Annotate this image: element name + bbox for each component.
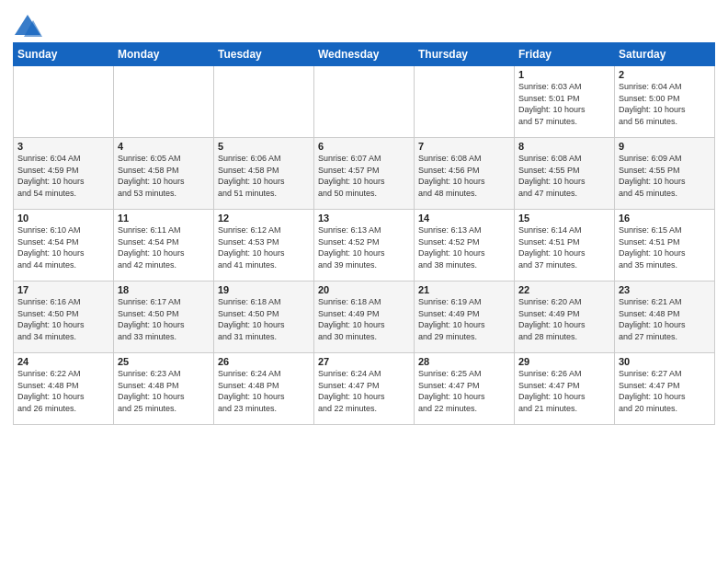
calendar-cell: 26Sunrise: 6:24 AM Sunset: 4:48 PM Dayli… [214,353,314,425]
day-number: 21 [418,284,510,295]
day-number: 3 [17,141,109,152]
calendar-cell: 21Sunrise: 6:19 AM Sunset: 4:49 PM Dayli… [415,282,515,353]
day-info: Sunrise: 6:10 AM Sunset: 4:54 PM Dayligh… [17,224,109,270]
day-number: 24 [17,356,109,367]
day-number: 25 [118,356,210,367]
calendar-cell: 24Sunrise: 6:22 AM Sunset: 4:48 PM Dayli… [14,353,114,425]
week-row-1: 1Sunrise: 6:03 AM Sunset: 5:01 PM Daylig… [14,66,715,138]
day-number: 20 [318,284,410,295]
day-info: Sunrise: 6:24 AM Sunset: 4:47 PM Dayligh… [318,368,410,414]
day-info: Sunrise: 6:16 AM Sunset: 4:50 PM Dayligh… [17,296,109,342]
day-info: Sunrise: 6:07 AM Sunset: 4:57 PM Dayligh… [318,153,410,199]
day-number: 14 [418,213,510,224]
calendar-cell [14,66,114,138]
day-number: 11 [118,213,210,224]
calendar-cell: 14Sunrise: 6:13 AM Sunset: 4:52 PM Dayli… [415,210,515,282]
calendar-cell: 23Sunrise: 6:21 AM Sunset: 4:48 PM Dayli… [615,282,715,353]
day-info: Sunrise: 6:12 AM Sunset: 4:53 PM Dayligh… [218,224,310,270]
calendar-cell: 18Sunrise: 6:17 AM Sunset: 4:50 PM Dayli… [114,282,214,353]
day-number: 17 [17,284,109,295]
day-number: 5 [218,141,310,152]
day-number: 13 [318,213,410,224]
week-row-4: 17Sunrise: 6:16 AM Sunset: 4:50 PM Dayli… [14,282,715,353]
header [13,9,715,39]
day-number: 30 [619,356,711,367]
calendar-cell: 15Sunrise: 6:14 AM Sunset: 4:51 PM Dayli… [515,210,615,282]
calendar-cell: 27Sunrise: 6:24 AM Sunset: 4:47 PM Dayli… [314,353,415,425]
calendar-cell: 29Sunrise: 6:26 AM Sunset: 4:47 PM Dayli… [515,353,615,425]
day-info: Sunrise: 6:18 AM Sunset: 4:49 PM Dayligh… [318,296,410,342]
logo [13,13,46,39]
day-info: Sunrise: 6:04 AM Sunset: 5:00 PM Dayligh… [619,81,711,127]
day-info: Sunrise: 6:11 AM Sunset: 4:54 PM Dayligh… [118,224,210,270]
calendar-cell: 10Sunrise: 6:10 AM Sunset: 4:54 PM Dayli… [14,210,114,282]
calendar-cell: 1Sunrise: 6:03 AM Sunset: 5:01 PM Daylig… [515,66,615,138]
day-number: 4 [118,141,210,152]
day-number: 15 [518,213,610,224]
day-number: 26 [218,356,310,367]
weekday-header-tuesday: Tuesday [214,43,314,66]
day-info: Sunrise: 6:27 AM Sunset: 4:47 PM Dayligh… [619,368,711,414]
calendar-cell: 7Sunrise: 6:08 AM Sunset: 4:56 PM Daylig… [415,138,515,210]
calendar-cell [314,66,415,138]
calendar-cell: 13Sunrise: 6:13 AM Sunset: 4:52 PM Dayli… [314,210,415,282]
calendar-cell [114,66,214,138]
day-info: Sunrise: 6:23 AM Sunset: 4:48 PM Dayligh… [118,368,210,414]
day-number: 22 [518,284,610,295]
week-row-2: 3Sunrise: 6:04 AM Sunset: 4:59 PM Daylig… [14,138,715,210]
weekday-header-wednesday: Wednesday [314,43,415,66]
weekday-header-friday: Friday [515,43,615,66]
day-info: Sunrise: 6:06 AM Sunset: 4:58 PM Dayligh… [218,153,310,199]
day-info: Sunrise: 6:25 AM Sunset: 4:47 PM Dayligh… [418,368,510,414]
day-info: Sunrise: 6:04 AM Sunset: 4:59 PM Dayligh… [17,153,109,199]
day-number: 29 [518,356,610,367]
day-number: 6 [318,141,410,152]
day-number: 9 [619,141,711,152]
weekday-header-thursday: Thursday [415,43,515,66]
calendar-cell [415,66,515,138]
day-number: 12 [218,213,310,224]
day-info: Sunrise: 6:21 AM Sunset: 4:48 PM Dayligh… [619,296,711,342]
day-info: Sunrise: 6:05 AM Sunset: 4:58 PM Dayligh… [118,153,210,199]
calendar-table: SundayMondayTuesdayWednesdayThursdayFrid… [13,42,715,425]
day-number: 7 [418,141,510,152]
calendar-cell: 16Sunrise: 6:15 AM Sunset: 4:51 PM Dayli… [615,210,715,282]
day-number: 19 [218,284,310,295]
day-number: 10 [17,213,109,224]
weekday-header-saturday: Saturday [615,43,715,66]
calendar-cell: 19Sunrise: 6:18 AM Sunset: 4:50 PM Dayli… [214,282,314,353]
page-container: SundayMondayTuesdayWednesdayThursdayFrid… [0,0,728,432]
day-number: 1 [518,69,610,80]
day-info: Sunrise: 6:14 AM Sunset: 4:51 PM Dayligh… [518,224,610,270]
day-info: Sunrise: 6:26 AM Sunset: 4:47 PM Dayligh… [518,368,610,414]
calendar-cell: 9Sunrise: 6:09 AM Sunset: 4:55 PM Daylig… [615,138,715,210]
calendar-cell [214,66,314,138]
day-info: Sunrise: 6:08 AM Sunset: 4:56 PM Dayligh… [418,153,510,199]
calendar-cell: 30Sunrise: 6:27 AM Sunset: 4:47 PM Dayli… [615,353,715,425]
calendar-cell: 17Sunrise: 6:16 AM Sunset: 4:50 PM Dayli… [14,282,114,353]
day-info: Sunrise: 6:09 AM Sunset: 4:55 PM Dayligh… [619,153,711,199]
day-info: Sunrise: 6:08 AM Sunset: 4:55 PM Dayligh… [518,153,610,199]
day-number: 28 [418,356,510,367]
calendar-cell: 11Sunrise: 6:11 AM Sunset: 4:54 PM Dayli… [114,210,214,282]
calendar-cell: 8Sunrise: 6:08 AM Sunset: 4:55 PM Daylig… [515,138,615,210]
calendar-cell: 20Sunrise: 6:18 AM Sunset: 4:49 PM Dayli… [314,282,415,353]
day-number: 16 [619,213,711,224]
week-row-3: 10Sunrise: 6:10 AM Sunset: 4:54 PM Dayli… [14,210,715,282]
day-info: Sunrise: 6:13 AM Sunset: 4:52 PM Dayligh… [418,224,510,270]
week-row-5: 24Sunrise: 6:22 AM Sunset: 4:48 PM Dayli… [14,353,715,425]
day-number: 8 [518,141,610,152]
day-info: Sunrise: 6:22 AM Sunset: 4:48 PM Dayligh… [17,368,109,414]
weekday-header-sunday: Sunday [14,43,114,66]
weekday-header-row: SundayMondayTuesdayWednesdayThursdayFrid… [14,43,715,66]
calendar-cell: 3Sunrise: 6:04 AM Sunset: 4:59 PM Daylig… [14,138,114,210]
day-info: Sunrise: 6:18 AM Sunset: 4:50 PM Dayligh… [218,296,310,342]
day-number: 23 [619,284,711,295]
calendar-cell: 22Sunrise: 6:20 AM Sunset: 4:49 PM Dayli… [515,282,615,353]
day-info: Sunrise: 6:13 AM Sunset: 4:52 PM Dayligh… [318,224,410,270]
day-info: Sunrise: 6:15 AM Sunset: 4:51 PM Dayligh… [619,224,711,270]
day-info: Sunrise: 6:20 AM Sunset: 4:49 PM Dayligh… [518,296,610,342]
weekday-header-monday: Monday [114,43,214,66]
calendar-cell: 2Sunrise: 6:04 AM Sunset: 5:00 PM Daylig… [615,66,715,138]
calendar-cell: 28Sunrise: 6:25 AM Sunset: 4:47 PM Dayli… [415,353,515,425]
